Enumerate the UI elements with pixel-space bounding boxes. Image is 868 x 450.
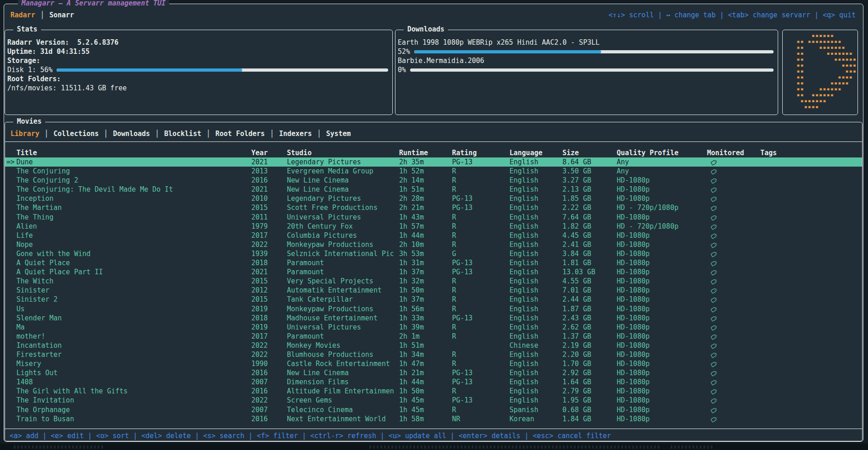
movie-row[interactable]: Ma2019Universal Pictures1h 39mREnglish2.… — [5, 323, 862, 332]
column-header-runtime[interactable]: Runtime — [399, 148, 428, 158]
runtime-cell: 1h 43m — [399, 213, 424, 222]
studio-cell: Dimension Films — [287, 377, 348, 387]
movie-row[interactable]: The Orphanage2007Telecinco Cinema1h 45mR… — [5, 405, 862, 414]
tab-system[interactable]: System — [325, 130, 352, 138]
language-cell: English — [509, 258, 538, 267]
size-cell: 8.64 GB — [562, 157, 591, 167]
rating-cell: PG-13 — [452, 194, 473, 203]
key-hint-e-edit: <e> edit — [51, 432, 83, 440]
column-header-size[interactable]: Size — [562, 148, 579, 158]
language-cell: English — [509, 176, 538, 185]
servarr-tab-radarr[interactable]: Radarr — [10, 11, 36, 19]
rating-cell: R — [452, 167, 456, 176]
app-title: Managarr – A Servarr management TUI — [18, 0, 169, 7]
movie-row[interactable]: The Martian2015Scott Free Productions2h … — [5, 203, 862, 212]
year-cell: 2022 — [251, 240, 268, 249]
title-cell: The Conjuring — [16, 167, 70, 176]
movie-row[interactable]: Nope2022Monkeypaw Productions2h 10mREngl… — [5, 240, 862, 249]
quality-profile-cell: HD-1080p — [617, 194, 650, 203]
title-cell: Misery — [16, 359, 41, 368]
movie-row[interactable]: Train to Busan2016Next Entertainment Wor… — [5, 414, 862, 424]
keybar-separator-bar: | — [376, 432, 389, 440]
studio-cell: Monkeypaw Productions — [287, 304, 374, 314]
column-header-quality-profile[interactable]: Quality Profile — [617, 148, 678, 158]
tab-separator-bar: │ — [100, 130, 112, 138]
language-cell: Spanish — [509, 405, 538, 414]
download-progress-fill — [414, 50, 601, 53]
keybar-separator-bar: | — [298, 432, 310, 440]
language-cell: English — [509, 314, 538, 323]
movie-row[interactable]: The Invitation2022Screen Gems1h 45mPG-13… — [5, 396, 862, 405]
runtime-cell: 1h 45m — [399, 396, 424, 405]
year-cell: 2015 — [251, 277, 268, 286]
movie-row[interactable]: A Quiet Place Part II2021Paramount1h 37m… — [5, 267, 862, 277]
keybar-separator-bar: | — [38, 432, 51, 440]
downloads-panel: Downloads Earth 1998 1080p WEBRip x265 H… — [395, 30, 778, 115]
title-cell: Incantation — [16, 341, 62, 350]
year-cell: 2017 — [251, 231, 268, 240]
rating-cell: R — [452, 350, 456, 359]
movie-row[interactable]: Gone with the Wind1939Selznick Internati… — [5, 249, 862, 258]
movie-row[interactable]: Incantation2022Monkey Movies1h 51mChines… — [5, 341, 862, 350]
key-hint-del-delete: <del> delete — [141, 432, 191, 440]
tab-root-folders[interactable]: Root Folders — [214, 130, 265, 138]
movie-row[interactable]: Misery1990Castle Rock Entertainment1h 47… — [5, 359, 862, 368]
rating-cell: PG-13 — [452, 396, 473, 405]
column-header-language[interactable]: Language — [509, 148, 542, 158]
year-cell: 2016 — [251, 387, 268, 396]
movie-row[interactable]: =>Dune2021Legendary Pictures2h 35mPG-13E… — [5, 157, 862, 167]
movie-row[interactable]: The Conjuring2013Evergreen Media Group1h… — [5, 167, 862, 176]
radarr-logo-icon: ▪▪▪▪▪▪ ▪▪ ▪▪▪▪▪▪▪▪▪ ▪▪ ▪▪▪▪▪▪▪ ▪▪ ▪▪▪▪▪▪… — [789, 33, 857, 110]
movies-table-body: =>Dune2021Legendary Pictures2h 35mPG-13E… — [5, 157, 862, 424]
tab-library[interactable]: Library — [10, 130, 40, 138]
movie-row[interactable]: The Conjuring 22016New Line Cinema2h 14m… — [5, 176, 862, 185]
tab-collections[interactable]: Collections — [52, 130, 99, 138]
column-header-monitored[interactable]: Monitored — [707, 148, 744, 158]
key-hint-o-sort: <o> sort — [96, 432, 129, 440]
movie-row[interactable]: The Conjuring: The Devil Made Me Do It20… — [5, 185, 862, 194]
size-cell: 4.55 GB — [562, 277, 591, 286]
movie-row[interactable]: A Quiet Place2018Paramount1h 31mPG-13Eng… — [5, 258, 862, 267]
keybar-separator-bar: | — [129, 432, 141, 440]
movie-row[interactable]: 14082007Dimension Films1h 44mPG-13Englis… — [5, 377, 862, 387]
quality-profile-cell: HD-1080p — [617, 359, 650, 368]
quality-profile-cell: HD-1080p — [617, 277, 650, 286]
column-header-studio[interactable]: Studio — [287, 148, 312, 158]
tab-downloads[interactable]: Downloads — [112, 130, 151, 138]
movie-row[interactable]: Sinister2012Automatik Entertainment1h 50… — [5, 286, 862, 295]
language-cell: English — [509, 157, 538, 167]
column-header-year[interactable]: Year — [251, 148, 268, 158]
stats-line: Radarr Version: 5.2.6.8376 — [7, 38, 388, 47]
movie-row[interactable]: The Girl with All the Gifts2016Altitude … — [5, 387, 862, 396]
stats-panel: Stats Radarr Version: 5.2.6.8376Uptime: … — [5, 30, 393, 115]
quality-profile-cell: HD - 720p/1080p — [617, 203, 678, 212]
movie-row[interactable]: Us2019Monkeypaw Productions1h 56mREnglis… — [5, 304, 862, 314]
column-header-tags[interactable]: Tags — [760, 148, 777, 158]
column-header-rating[interactable]: Rating — [452, 148, 477, 158]
language-cell: Korean — [509, 414, 534, 424]
movie-row[interactable]: Sinister 22015Tank Caterpillar1h 37mREng… — [5, 295, 862, 304]
servarr-tab-sonarr[interactable]: Sonarr — [48, 11, 75, 19]
top-keybar: <↑↓> scroll | ↔ change tab | <tab> chang… — [608, 11, 856, 19]
movie-row[interactable]: The Thing2011Universal Pictures1h 43mREn… — [5, 213, 862, 222]
size-cell: 2.92 GB — [562, 368, 591, 377]
studio-cell: Universal Pictures — [287, 323, 361, 332]
title-cell: Firestarter — [16, 350, 62, 359]
movie-row[interactable]: Firestarter2022Blumhouse Productions1h 3… — [5, 350, 862, 359]
movie-row[interactable]: Lights Out2016New Line Cinema1h 21mPG-13… — [5, 368, 862, 377]
keybar-separator-bar: | — [654, 11, 666, 19]
movie-row[interactable]: Life2017Columbia Pictures1h 44mREnglish4… — [5, 231, 862, 240]
runtime-cell: 1h 37m — [399, 295, 424, 304]
runtime-cell: 1h 57m — [399, 222, 424, 231]
movie-row[interactable]: Alien197920th Century Fox1h 57mREnglish1… — [5, 222, 862, 231]
title-cell: Slender Man — [16, 314, 62, 323]
movie-row[interactable]: Slender Man2018Madhouse Entertainment1h … — [5, 314, 862, 323]
movie-row[interactable]: mother!2017Paramount2h 1mREnglish1.37 GB… — [5, 332, 862, 341]
movies-table-header: TitleYearStudioRuntimeRatingLanguageSize… — [5, 148, 862, 158]
tab-blocklist[interactable]: Blocklist — [163, 130, 202, 138]
movie-row[interactable]: The Witch2015Very Special Projects1h 32m… — [5, 277, 862, 286]
column-header-title[interactable]: Title — [16, 148, 37, 158]
managarr-app: Managarr – A Servarr management TUI Rada… — [4, 4, 863, 442]
tab-indexers[interactable]: Indexers — [278, 130, 313, 138]
movie-row[interactable]: Inception2010Legendary Pictures2h 28mPG-… — [5, 194, 862, 203]
